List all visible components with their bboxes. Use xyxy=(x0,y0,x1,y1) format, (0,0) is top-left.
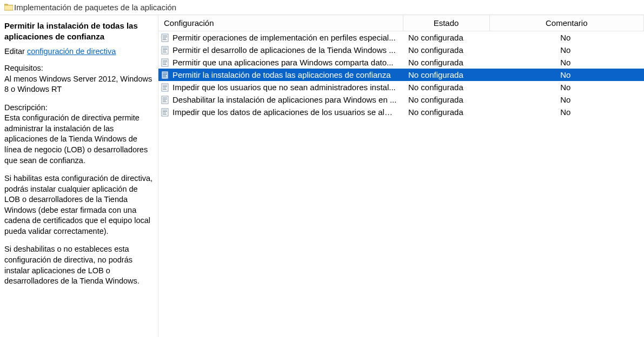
policy-name-cell[interactable]: Permitir la instalación de todas las apl… xyxy=(158,69,403,81)
policy-name-text: Deshabilitar la instalación de aplicacio… xyxy=(172,95,396,104)
table-row[interactable]: Permitir la instalación de todas las apl… xyxy=(158,69,644,81)
policy-name-cell[interactable]: Permitir el desarrollo de aplicaciones d… xyxy=(158,44,403,56)
policy-icon xyxy=(161,83,169,92)
content-area: Permitir la instalación de todas las apl… xyxy=(0,15,644,337)
policy-comment-cell: No xyxy=(489,81,644,93)
requirements-block: Requisitos: Al menos Windows Server 2012… xyxy=(4,63,154,95)
policy-name-text: Impedir que los datos de aplicaciones de… xyxy=(172,107,397,117)
policy-state-cell: No configurada xyxy=(403,81,489,93)
policy-comment-cell: No xyxy=(489,44,644,56)
requirements-label: Requisitos: xyxy=(4,63,154,74)
policy-comment-cell: No xyxy=(489,93,644,106)
policy-name-cell[interactable]: Impedir que los usuarios que no sean adm… xyxy=(158,81,403,93)
window-title: Implementación de paquetes de la aplicac… xyxy=(14,3,176,12)
column-header-config[interactable]: Configuración xyxy=(158,15,403,31)
edit-policy-link[interactable]: configuración de directiva xyxy=(27,47,116,56)
policy-state-cell: No configurada xyxy=(403,31,489,44)
description-p1: Esta configuración de directiva permite … xyxy=(4,113,154,166)
policy-name-text: Impedir que los usuarios que no sean adm… xyxy=(172,83,396,92)
policy-icon xyxy=(161,58,169,67)
folder-icon xyxy=(4,3,13,11)
policy-comment-cell: No xyxy=(489,56,644,69)
column-header-state[interactable]: Estado xyxy=(403,15,489,31)
policy-icon xyxy=(161,108,169,117)
policy-name-cell[interactable]: Permitir operaciones de implementación e… xyxy=(158,31,403,44)
policy-comment-cell: No xyxy=(489,31,644,44)
edit-policy-line: Editar configuración de directiva xyxy=(4,47,154,56)
policy-icon xyxy=(161,96,169,104)
policy-comment-cell: No xyxy=(489,106,644,118)
policy-state-cell: No configurada xyxy=(403,69,489,81)
policy-state-cell: No configurada xyxy=(403,93,489,106)
selected-policy-heading: Permitir la instalación de todas las apl… xyxy=(4,21,154,42)
table-row[interactable]: Permitir operaciones de implementación e… xyxy=(158,31,644,44)
policy-name-text: Permitir operaciones de implementación e… xyxy=(172,33,396,42)
description-p2: Si habilitas esta configuración de direc… xyxy=(4,173,154,237)
policy-name-text: Permitir la instalación de todas las apl… xyxy=(172,70,391,79)
policy-name-text: Permitir el desarrollo de aplicaciones d… xyxy=(172,45,396,55)
policy-name-cell[interactable]: Impedir que los datos de aplicaciones de… xyxy=(158,106,403,118)
description-block: Descripción: Esta configuración de direc… xyxy=(4,103,154,166)
policy-icon xyxy=(161,33,169,42)
title-bar: Implementación de paquetes de la aplicac… xyxy=(0,0,644,15)
policy-list: Configuración Estado Comentario Permitir… xyxy=(158,15,644,118)
description-label: Descripción: xyxy=(4,103,154,113)
policy-state-cell: No configurada xyxy=(403,44,489,56)
policy-name-text: Permitir que una aplicaciones para Windo… xyxy=(172,58,394,67)
table-row[interactable]: Impedir que los datos de aplicaciones de… xyxy=(158,106,644,118)
policy-name-cell[interactable]: Deshabilitar la instalación de aplicacio… xyxy=(158,93,403,106)
column-header-row: Configuración Estado Comentario xyxy=(158,15,644,31)
edit-prefix: Editar xyxy=(4,47,27,56)
policy-icon xyxy=(161,46,169,55)
policy-icon xyxy=(161,71,169,79)
policy-name-cell[interactable]: Permitir que una aplicaciones para Windo… xyxy=(158,56,403,69)
column-header-comment[interactable]: Comentario xyxy=(489,15,644,31)
details-pane: Permitir la instalación de todas las apl… xyxy=(0,15,158,337)
policy-state-cell: No configurada xyxy=(403,106,489,118)
requirements-body: Al menos Windows Server 2012, Windows 8 … xyxy=(4,74,154,95)
table-row[interactable]: Permitir el desarrollo de aplicaciones d… xyxy=(158,44,644,56)
policy-comment-cell: No xyxy=(489,69,644,81)
list-pane: Configuración Estado Comentario Permitir… xyxy=(158,15,644,337)
table-row[interactable]: Permitir que una aplicaciones para Windo… xyxy=(158,56,644,69)
table-row[interactable]: Impedir que los usuarios que no sean adm… xyxy=(158,81,644,93)
description-p3: Si deshabilitas o no estableces esta con… xyxy=(4,244,154,286)
policy-state-cell: No configurada xyxy=(403,56,489,69)
table-row[interactable]: Deshabilitar la instalación de aplicacio… xyxy=(158,93,644,106)
